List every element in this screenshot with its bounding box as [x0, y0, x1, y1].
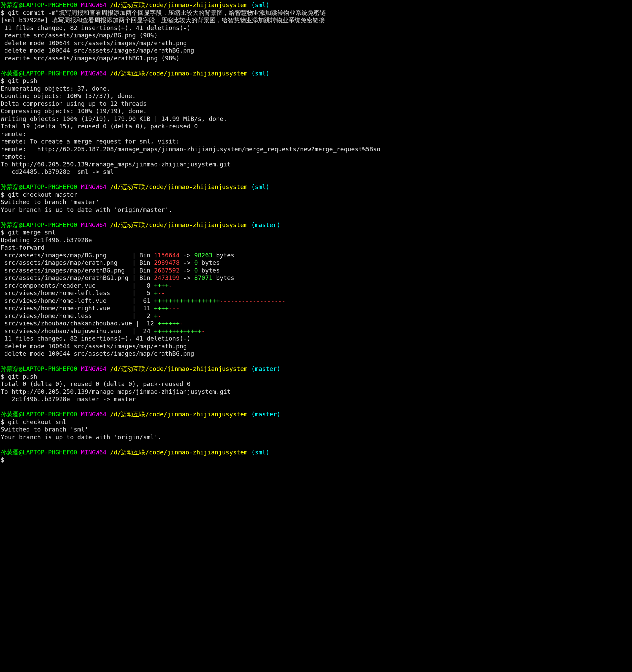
terminal-line: src/views/home/home-left.less | 5 +--	[1, 289, 631, 297]
terminal-segment: MINGW64	[81, 1, 110, 8]
terminal-segment: remote: http://60.205.187.208/manage_map…	[1, 145, 380, 152]
terminal-line: src/views/home/home-right.vue | 11 ++++-…	[1, 305, 631, 312]
terminal-segment: 孙蒙磊@LAPTOP-PHGHEFO0	[1, 70, 81, 77]
terminal-segment: $ git push	[1, 373, 37, 380]
terminal-segment: MINGW64	[81, 365, 110, 372]
terminal-segment: Writing objects: 100% (19/19), 179.90 Ki…	[1, 115, 227, 122]
terminal-segment: ++++++	[158, 320, 180, 327]
terminal-line: Writing objects: 100% (19/19), 179.90 Ki…	[1, 115, 631, 123]
terminal-segment: Fast-forward	[1, 244, 45, 251]
terminal-segment: (master)	[251, 411, 281, 418]
terminal-segment: ->	[180, 274, 194, 281]
terminal-segment: -	[169, 282, 172, 289]
terminal-segment: Total 0 (delta 0), reused 0 (delta 0), p…	[1, 380, 191, 387]
terminal-line: Your branch is up to date with 'origin/s…	[1, 433, 631, 441]
terminal-line: Fast-forward	[1, 244, 631, 251]
terminal-line: remote: http://60.205.187.208/manage_map…	[1, 145, 631, 153]
terminal-segment: /d/迈动互联/code/jinmao-zhijianjusystem	[110, 183, 251, 190]
terminal-segment: 98263	[194, 251, 212, 259]
terminal-line: [sml b37928e] 填写周报和查看周报添加两个回显字段，压缩比较大的背景…	[1, 17, 631, 24]
terminal-segment: To http://60.205.250.139/manage_maps/jin…	[1, 388, 231, 395]
terminal-segment: -	[180, 320, 183, 327]
terminal-segment: ++++++++++++++++++	[154, 297, 220, 304]
terminal-line: Counting objects: 100% (37/37), done.	[1, 92, 631, 100]
terminal-segment: bytes	[198, 259, 220, 266]
terminal-line	[1, 62, 631, 70]
terminal-segment: 孙蒙磊@LAPTOP-PHGHEFO0	[1, 411, 81, 418]
terminal-segment: 11 files changed, 82 insertions(+), 41 d…	[1, 24, 191, 31]
terminal-segment: src/views/home/home-left.less | 5	[1, 289, 154, 296]
terminal-segment: 孙蒙磊@LAPTOP-PHGHEFO0	[1, 183, 81, 190]
terminal-line: remote:	[1, 153, 631, 161]
terminal-line: Total 0 (delta 0), reused 0 (delta 0), p…	[1, 380, 631, 388]
terminal-segment: (master)	[251, 365, 281, 372]
terminal-segment: delete mode 100644 src/assets/images/map…	[1, 40, 187, 47]
terminal-line: delete mode 100644 src/assets/images/map…	[1, 47, 631, 54]
terminal-line: 孙蒙磊@LAPTOP-PHGHEFO0 MINGW64 /d/迈动互联/code…	[1, 411, 631, 418]
terminal-line: src/views/zhoubao/shujuweihu.vue | 24 ++…	[1, 328, 631, 335]
terminal-line: src/assets/images/map/erath.png | Bin 29…	[1, 259, 631, 267]
terminal-line: $ git push	[1, 77, 631, 85]
terminal-line: Enumerating objects: 37, done.	[1, 85, 631, 93]
terminal-segment: --	[158, 289, 165, 296]
terminal-segment: Your branch is up to date with 'origin/s…	[1, 433, 161, 440]
terminal-line: remote: To create a merge request for sm…	[1, 138, 631, 145]
terminal-segment: src/views/zhoubao/chakanzhoubao.vue | 12	[1, 320, 158, 327]
terminal-segment: ++++	[154, 282, 168, 289]
terminal-line	[1, 358, 631, 365]
terminal-segment: (sml)	[251, 449, 270, 456]
terminal-segment: /d/迈动互联/code/jinmao-zhijianjusystem	[110, 365, 251, 372]
terminal-segment: MINGW64	[81, 221, 110, 229]
terminal-segment: Switched to branch 'sml'	[1, 426, 88, 433]
terminal-window[interactable]: 孙蒙磊@LAPTOP-PHGHEFO0 MINGW64 /d/迈动互联/code…	[0, 0, 632, 465]
terminal-segment: $ git commit -m"填写周报和查看周报添加两个回显字段，压缩比较大的…	[1, 9, 326, 16]
terminal-segment: (sml)	[251, 183, 270, 190]
terminal-segment: MINGW64	[81, 183, 110, 190]
terminal-line	[1, 176, 631, 184]
terminal-segment: 1156644	[154, 251, 180, 259]
terminal-segment: 2667592	[154, 267, 180, 274]
terminal-segment: (sml)	[251, 70, 270, 77]
terminal-segment: src/views/home/home.less | 2	[1, 312, 154, 319]
terminal-segment: 2c1f496..b37928e master -> master	[1, 395, 136, 403]
terminal-line: $ git checkout sml	[1, 418, 631, 426]
terminal-segment: 0	[194, 259, 198, 266]
terminal-line: 2c1f496..b37928e master -> master	[1, 395, 631, 403]
terminal-segment: 87071	[194, 274, 212, 281]
terminal-segment: Counting objects: 100% (37/37), done.	[1, 92, 136, 99]
terminal-line	[1, 403, 631, 411]
terminal-segment: remote:	[1, 130, 26, 138]
terminal-segment: [sml b37928e] 填写周报和查看周报添加两个回显字段，压缩比较大的背景…	[1, 17, 325, 24]
terminal-line: 孙蒙磊@LAPTOP-PHGHEFO0 MINGW64 /d/迈动互联/code…	[1, 183, 631, 191]
terminal-segment: Compressing objects: 100% (19/19), done.	[1, 107, 146, 115]
terminal-line: delete mode 100644 src/assets/images/map…	[1, 342, 631, 350]
terminal-segment: Your branch is up to date with 'origin/m…	[1, 206, 172, 213]
terminal-segment: bytes	[198, 267, 220, 274]
terminal-segment: src/assets/images/map/BG.png | Bin	[1, 251, 154, 259]
terminal-segment: MINGW64	[81, 70, 110, 77]
terminal-line: 孙蒙磊@LAPTOP-PHGHEFO0 MINGW64 /d/迈动互联/code…	[1, 70, 631, 77]
terminal-line: src/views/home/home-left.vue | 61 ++++++…	[1, 297, 631, 305]
terminal-line: $	[1, 456, 631, 464]
terminal-segment: delete mode 100644 src/assets/images/map…	[1, 350, 194, 357]
terminal-segment: $ git checkout sml	[1, 418, 66, 426]
terminal-segment: src/views/home/home-right.vue | 11	[1, 305, 154, 312]
terminal-line: src/assets/images/map/erathBG.png | Bin …	[1, 267, 631, 274]
terminal-segment: (master)	[251, 221, 281, 229]
terminal-line: delete mode 100644 src/assets/images/map…	[1, 40, 631, 47]
terminal-segment: 11 files changed, 82 insertions(+), 41 d…	[1, 335, 191, 342]
terminal-segment: remote:	[1, 153, 26, 160]
terminal-segment: 孙蒙磊@LAPTOP-PHGHEFO0	[1, 1, 81, 8]
terminal-segment: -	[202, 328, 205, 335]
terminal-segment: /d/迈动互联/code/jinmao-zhijianjusystem	[110, 70, 251, 77]
terminal-line: remote:	[1, 130, 631, 138]
terminal-segment: ->	[180, 267, 194, 274]
terminal-line: $ git checkout master	[1, 191, 631, 199]
terminal-line: rewrite src/assets/images/map/BG.png (98…	[1, 32, 631, 40]
terminal-line: $ git commit -m"填写周报和查看周报添加两个回显字段，压缩比较大的…	[1, 9, 631, 17]
terminal-segment: +++++++++++++	[154, 328, 202, 335]
terminal-segment: To http://60.205.250.139/manage_maps/jin…	[1, 161, 231, 168]
terminal-segment: Delta compression using up to 12 threads	[1, 100, 146, 107]
terminal-line: To http://60.205.250.139/manage_maps/jin…	[1, 161, 631, 168]
terminal-segment: delete mode 100644 src/assets/images/map…	[1, 47, 194, 54]
